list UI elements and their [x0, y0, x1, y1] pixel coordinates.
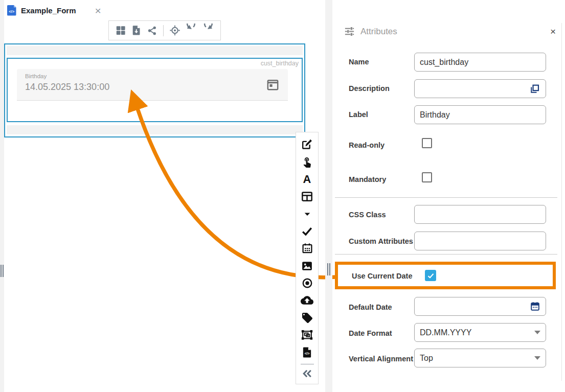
- vertical-alignment-value: Top: [420, 354, 433, 363]
- name-input[interactable]: cust_birthday: [414, 53, 546, 72]
- panel-scrollbar[interactable]: [561, 23, 562, 381]
- tag-icon[interactable]: [301, 309, 313, 327]
- default-date-input[interactable]: [414, 297, 546, 316]
- code-file-icon[interactable]: </>: [301, 344, 313, 361]
- form-tab[interactable]: </> Example_Form ×: [7, 5, 101, 16]
- date-format-label: Date Format: [349, 329, 392, 337]
- collapse-left-icon[interactable]: [301, 366, 313, 381]
- radio-icon[interactable]: [301, 274, 313, 292]
- attributes-tune-icon: [344, 26, 355, 37]
- form-file-icon: </>: [7, 5, 16, 16]
- tab-close-icon[interactable]: ×: [95, 5, 101, 16]
- panel-splitter-grip-icon[interactable]: [327, 263, 331, 275]
- name-value: cust_birthday: [420, 58, 468, 67]
- vertical-alignment-select[interactable]: Top: [414, 349, 546, 367]
- label-input[interactable]: Birthday: [414, 105, 546, 124]
- empty-row-top[interactable]: [7, 46, 303, 55]
- redo-icon[interactable]: [202, 24, 214, 37]
- undo-icon[interactable]: [185, 24, 197, 37]
- share-icon[interactable]: [147, 25, 157, 37]
- panel-title: Attributes: [360, 27, 397, 37]
- default-date-label: Default Date: [349, 303, 392, 311]
- table-icon[interactable]: [301, 188, 313, 205]
- left-splitter[interactable]: [0, 0, 4, 392]
- panel-splitter[interactable]: [325, 0, 332, 392]
- calendar-icon[interactable]: [301, 240, 313, 257]
- checkmark-icon: [427, 272, 435, 280]
- mandatory-label: Mandatory: [349, 175, 386, 183]
- edit-icon[interactable]: [301, 136, 313, 153]
- css-class-label: CSS Class: [349, 211, 386, 219]
- toolbar-separator: [163, 25, 164, 36]
- vertical-alignment-label: Vertical Alignment: [349, 355, 413, 363]
- date-format-value: DD.MM.YYYY: [420, 328, 471, 337]
- svg-text:</>: </>: [9, 9, 14, 14]
- date-format-select[interactable]: DD.MM.YYYY: [414, 323, 546, 342]
- focus-target-icon[interactable]: [169, 24, 180, 37]
- selected-element-outline[interactable]: cust_birthday Birthday 14.05.2025 13:30:…: [7, 58, 303, 122]
- mandatory-checkbox[interactable]: [422, 172, 432, 182]
- object-group-icon[interactable]: [301, 327, 313, 344]
- element-id-label: cust_birthday: [261, 60, 299, 67]
- caret-down-icon[interactable]: [302, 205, 313, 223]
- description-label: Description: [349, 84, 390, 93]
- text-icon[interactable]: A: [301, 171, 313, 188]
- name-label: Name: [349, 58, 369, 66]
- left-splitter-grip-icon[interactable]: [0, 265, 4, 277]
- calendar-icon[interactable]: [266, 78, 280, 91]
- empty-row-bottom[interactable]: [7, 125, 303, 134]
- tab-title: Example_Form: [21, 6, 76, 15]
- read-only-checkbox[interactable]: [422, 138, 432, 148]
- section-divider: [335, 197, 557, 198]
- description-input[interactable]: [414, 79, 546, 98]
- form-canvas[interactable]: cust_birthday Birthday 14.05.2025 13:30:…: [4, 43, 305, 137]
- custom-attributes-input[interactable]: [414, 232, 546, 250]
- css-class-input[interactable]: [414, 205, 546, 224]
- canvas-toolbar: [108, 20, 221, 40]
- svg-text:A: A: [303, 173, 311, 186]
- custom-attributes-label: Custom Attributes: [349, 237, 413, 245]
- copy-icon[interactable]: [529, 83, 540, 95]
- read-only-label: Read-only: [349, 141, 385, 149]
- layout-grid-icon[interactable]: [115, 24, 126, 37]
- panel-close-icon[interactable]: ×: [550, 27, 556, 36]
- panel-header: Attributes ×: [344, 26, 556, 37]
- use-current-date-label: Use Current Date: [352, 272, 412, 280]
- check-icon[interactable]: [301, 222, 313, 240]
- cloud-upload-icon[interactable]: [301, 292, 313, 309]
- toolbar-divider: [301, 364, 314, 364]
- label-label: Label: [349, 110, 368, 119]
- date-field-value: 14.05.2025 13:30:00: [25, 82, 109, 93]
- label-value: Birthday: [420, 110, 450, 120]
- use-current-date-highlight: Use Current Date: [335, 262, 556, 289]
- image-icon[interactable]: [301, 257, 313, 274]
- date-field-preview[interactable]: Birthday 14.05.2025 13:30:00: [17, 69, 288, 101]
- element-palette-toolbar: A: [296, 132, 319, 384]
- svg-text:</>: </>: [305, 352, 310, 355]
- touch-icon[interactable]: [301, 153, 313, 171]
- dropdown-arrow-icon: [534, 331, 540, 334]
- form-designer: </> Example_Form ×: [0, 0, 565, 392]
- calendar-icon[interactable]: [530, 301, 540, 312]
- section-divider: [335, 254, 557, 255]
- attributes-panel: Attributes × Name cust_birthday Descript…: [332, 0, 565, 392]
- dropdown-arrow-icon: [534, 356, 540, 360]
- export-file-icon[interactable]: [131, 24, 142, 37]
- use-current-date-checkbox[interactable]: [425, 270, 436, 281]
- date-field-label: Birthday: [25, 73, 47, 79]
